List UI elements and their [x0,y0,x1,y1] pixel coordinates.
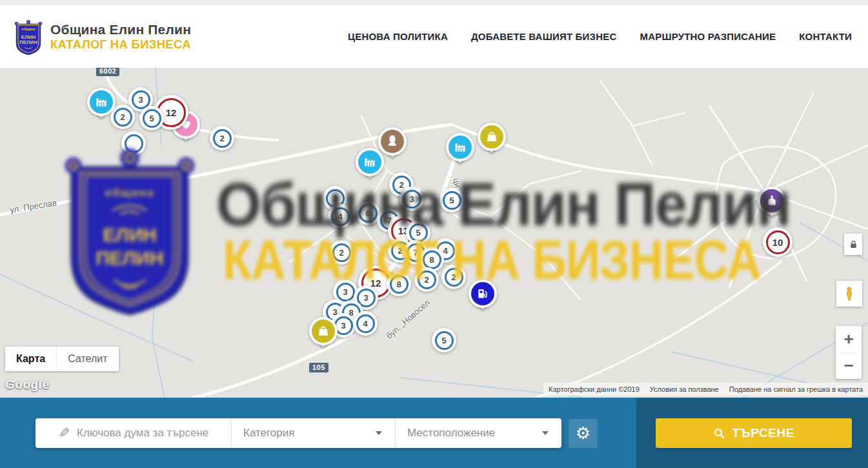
shopping-bag-pin[interactable] [308,317,338,356]
chevron-down-icon [542,431,549,435]
map-canvas[interactable]: 1232522353647135227482212833383451060021… [0,68,868,398]
lock-icon [848,238,859,251]
watermark-subtitle: КАТАЛОГ НА БИЗНЕСА [223,228,761,292]
google-logo[interactable]: Google [5,378,49,392]
search-icon [713,427,725,440]
shopping-bag-pin[interactable] [477,123,507,161]
site-subtitle: КАТАЛОГ НА БИЗНЕСА [50,37,191,51]
cluster-count: 4 [356,314,375,333]
map-tab[interactable]: Карта [5,347,56,371]
search-button[interactable]: ТЪРСЕНЕ [656,418,852,448]
factory-pin-icon [449,136,472,159]
keyword-search-input[interactable] [76,426,227,440]
municipal-emblem-watermark: община ЕЛИН ПЕЛИН [55,139,205,318]
zoom-in-button[interactable]: + [836,326,862,352]
road-number-badge: 105 [309,363,328,372]
location-dropdown[interactable]: Местоположение [395,418,561,448]
factory-pin[interactable] [445,133,475,172]
report-map-error-link[interactable]: Подаване на сигнал за грешка в картата [729,385,863,393]
search-button-label: ТЪРСЕНЕ [732,426,794,440]
shopping-bag-pin-icon [312,320,335,343]
svg-text:ПЕЛИН: ПЕЛИН [19,39,37,45]
factory-pin-icon [90,90,113,114]
location-dropdown-label: Местоположение [407,427,495,440]
brand[interactable]: община ЕЛИН ПЕЛИН Община Елин Пелин КАТА… [13,17,191,57]
chevron-down-icon [376,431,382,435]
satellite-tab[interactable]: Сателит [56,347,118,371]
terms-of-use-link[interactable]: Условия за ползване [650,385,719,393]
map-cluster-marker[interactable]: 5 [139,106,164,130]
zoom-out-button[interactable]: − [836,353,862,380]
zoom-control: + − [836,326,862,379]
category-dropdown[interactable]: Категория [231,418,395,448]
municipal-emblem-logo: община ЕЛИН ПЕЛИН [13,17,44,57]
cluster-count: 5 [435,331,454,350]
nav-contacts[interactable]: КОНТАКТИ [799,31,852,42]
lock-button[interactable] [844,234,862,255]
header: община ЕЛИН ПЕЛИН Община Елин Пелин КАТА… [0,5,868,68]
attribution-copyright: Картографски данни ©2019 [549,385,640,393]
brand-text: Община Елин Пелин КАТАЛОГ НА БИЗНЕСА [50,22,191,51]
map-attribution: Картографски данни ©2019 Условия за полз… [543,383,868,396]
advanced-settings-button[interactable]: ⚙ [569,419,598,448]
map-cluster-marker[interactable]: 5 [432,328,456,352]
page: община ЕЛИН ПЕЛИН Община Елин Пелин КАТА… [0,0,868,468]
pencil-icon: ✎ [59,425,70,441]
category-dropdown-label: Категория [243,427,294,440]
gear-icon: ⚙ [576,423,590,443]
search-bar: ✎ Категория Местоположение ⚙ ТЪРСЕНЕ [0,398,868,468]
nav-pricing-policy[interactable]: ЦЕНОВА ПОЛИТИКА [348,31,448,42]
nav-route-schedule[interactable]: МАРШРУТНО РАЗПИСАНИЕ [640,31,776,42]
factory-pin[interactable] [86,88,116,127]
top-strip [0,0,868,5]
svg-text:ЕЛИН: ЕЛИН [103,224,157,245]
road-number-badge: 6002 [96,68,119,76]
cluster-count: 5 [143,109,161,128]
cluster-count: 2 [213,129,232,148]
keyword-section: ✎ [35,426,231,440]
svg-text:община: община [22,26,36,30]
svg-text:ПЕЛИН: ПЕЛИН [96,247,163,269]
street-label: бул. „Новосел [384,298,431,340]
pegman-button[interactable] [836,281,862,307]
map-cluster-marker[interactable]: 2 [210,126,234,150]
svg-text:община: община [105,187,155,199]
nav-add-your-business[interactable]: ДОБАВЕТЕ ВАШИЯТ БИЗНЕС [471,31,616,42]
street-label: ул. Преслав [9,198,57,214]
search-field-group: ✎ Категория Местоположение [35,418,561,448]
map-cluster-marker[interactable]: 4 [353,311,378,336]
shopping-bag-pin-icon [480,125,503,148]
site-title: Община Елин Пелин [50,22,191,37]
svg-text:ЕЛИН: ЕЛИН [21,34,36,40]
pegman-icon [842,285,857,303]
main-nav: ЦЕНОВА ПОЛИТИКА ДОБАВЕТЕ ВАШИЯТ БИЗНЕС М… [348,31,852,42]
map-type-control: Карта Сателит [5,347,119,371]
